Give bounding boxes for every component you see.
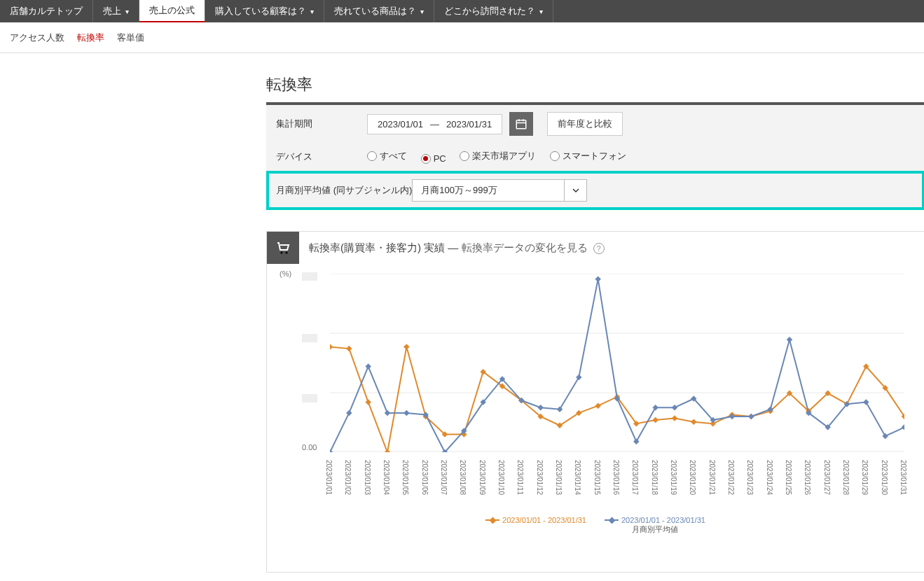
x-tick: 2023/01/20 [689, 460, 696, 495]
svg-point-5 [285, 251, 287, 253]
y-zero-label: 0.00 [302, 443, 317, 451]
svg-rect-0 [516, 120, 526, 129]
conversion-line-chart [330, 274, 904, 452]
chevron-down-icon: ▾ [539, 8, 543, 15]
calendar-button[interactable] [509, 112, 533, 136]
svg-rect-70 [882, 433, 888, 439]
x-tick: 2023/01/19 [670, 460, 677, 495]
x-tick: 2023/01/23 [746, 460, 754, 495]
subnav-conversion[interactable]: 転換率 [77, 31, 104, 44]
x-tick: 2023/01/08 [459, 460, 467, 495]
x-tick: 2023/01/27 [823, 460, 831, 495]
conversion-chart-card: 転換率(購買率・接客力) 実績 ― 転換率データの変化を見る ? (%) 0.0… [266, 231, 924, 573]
device-radio-app[interactable]: 楽天市場アプリ [460, 150, 536, 162]
svg-rect-65 [787, 337, 792, 342]
hidden-tick [302, 394, 317, 402]
x-tick: 2023/01/14 [574, 460, 581, 495]
x-tick: 2023/01/04 [382, 460, 390, 495]
x-tick: 2023/01/26 [804, 460, 811, 495]
card-title: 転換率(購買率・接客力) 実績 ― [309, 241, 458, 253]
monthly-avg-select[interactable]: 月商100万～999万 [412, 179, 587, 202]
x-tick: 2023/01/29 [861, 460, 869, 495]
monthly-avg-row: 月商別平均値 (同サブジャンル内) 月商100万～999万 [266, 171, 924, 210]
svg-rect-43 [365, 363, 371, 369]
card-link[interactable]: 転換率データの変化を見る [462, 241, 588, 253]
device-label: デバイス [276, 150, 367, 163]
x-tick: 2023/01/15 [593, 460, 601, 495]
svg-rect-57 [633, 438, 639, 444]
date-range-field[interactable]: 2023/01/01 ― 2023/01/31 [367, 114, 502, 134]
chevron-down-icon: ▾ [310, 8, 314, 15]
x-tick: 2023/01/05 [401, 460, 409, 495]
svg-rect-58 [652, 405, 658, 410]
calendar-icon [515, 118, 527, 130]
x-tick: 2023/01/10 [497, 460, 505, 495]
svg-rect-52 [537, 405, 543, 410]
secondary-nav: アクセス人数 転換率 客単価 [0, 22, 924, 53]
date-to: 2023/01/31 [446, 119, 492, 130]
svg-rect-28 [672, 415, 677, 421]
x-tick: 2023/01/31 [899, 460, 907, 495]
device-radio-pc[interactable]: PC [421, 153, 446, 164]
chevron-down-icon [572, 186, 580, 195]
compare-prev-year-button[interactable]: 前年度と比較 [547, 112, 623, 136]
legend-series-current: 2023/01/01 - 2023/01/31 [485, 516, 586, 535]
svg-rect-14 [404, 344, 409, 349]
svg-rect-13 [385, 449, 390, 452]
svg-rect-54 [576, 374, 581, 380]
x-tick: 2023/01/24 [766, 460, 773, 495]
svg-rect-71 [902, 424, 904, 430]
device-radio-sp[interactable]: スマートフォン [550, 150, 626, 162]
page-title: 転換率 [266, 74, 924, 95]
x-tick: 2023/01/17 [631, 460, 639, 495]
nav-tab-source[interactable]: どこから訪問された？▾ [434, 0, 553, 22]
svg-rect-11 [346, 346, 352, 351]
x-tick: 2023/01/16 [612, 460, 620, 495]
x-tick: 2023/01/25 [785, 460, 792, 495]
nav-tab-sales[interactable]: 売上▾ [93, 0, 139, 22]
avg-sublabel: (同サブジャンル内) [333, 185, 413, 195]
x-tick: 2023/01/02 [344, 460, 352, 495]
x-tick: 2023/01/01 [325, 460, 333, 495]
subnav-unitprice[interactable]: 客単価 [117, 31, 144, 44]
primary-nav: 店舗カルテトップ 売上▾ 売上の公式 購入している顧客は？▾ 売れている商品は？… [0, 0, 924, 22]
svg-rect-10 [330, 344, 333, 349]
svg-rect-63 [748, 414, 754, 419]
svg-rect-42 [346, 410, 352, 416]
x-axis-ticks: 2023/01/012023/01/022023/01/032023/01/04… [330, 460, 904, 516]
svg-rect-69 [863, 399, 869, 405]
legend-series-avg: 2023/01/01 - 2023/01/31月商別平均値 [605, 516, 705, 535]
nav-tab-top[interactable]: 店舗カルテトップ [0, 0, 93, 22]
svg-rect-27 [652, 417, 658, 423]
filter-panel: 集計期間 2023/01/01 ― 2023/01/31 前年度と比較 デバイス… [266, 105, 924, 210]
svg-rect-12 [365, 399, 371, 405]
help-icon[interactable]: ? [593, 243, 605, 254]
svg-rect-24 [595, 402, 600, 408]
x-tick: 2023/01/30 [881, 460, 888, 495]
chevron-down-icon: ▾ [420, 8, 424, 15]
cart-icon [275, 239, 291, 256]
period-label: 集計期間 [276, 118, 367, 130]
device-radio-all[interactable]: すべて [367, 150, 407, 162]
nav-tab-formula[interactable]: 売上の公式 [139, 0, 205, 22]
x-tick: 2023/01/12 [536, 460, 544, 495]
chart-legend: 2023/01/01 - 2023/01/31 2023/01/01 - 202… [267, 516, 924, 535]
x-tick: 2023/01/13 [555, 460, 563, 495]
y-axis-unit: (%) [280, 270, 291, 278]
date-sep: ― [430, 119, 439, 130]
avg-label: 月商別平均値 [276, 185, 331, 195]
nav-tab-products[interactable]: 売れている商品は？▾ [324, 0, 434, 22]
x-tick: 2023/01/28 [842, 460, 850, 495]
x-tick: 2023/01/07 [440, 460, 448, 495]
nav-tab-customers[interactable]: 購入している顧客は？▾ [205, 0, 324, 22]
x-tick: 2023/01/11 [516, 460, 524, 495]
svg-rect-55 [595, 276, 600, 281]
x-tick: 2023/01/18 [651, 460, 658, 495]
hidden-tick [302, 272, 317, 281]
svg-rect-53 [557, 407, 563, 412]
select-value: 月商100万～999万 [421, 184, 497, 197]
chevron-down-icon: ▾ [125, 8, 129, 15]
x-tick: 2023/01/21 [708, 460, 716, 495]
svg-rect-44 [385, 410, 390, 416]
subnav-access[interactable]: アクセス人数 [10, 31, 64, 44]
